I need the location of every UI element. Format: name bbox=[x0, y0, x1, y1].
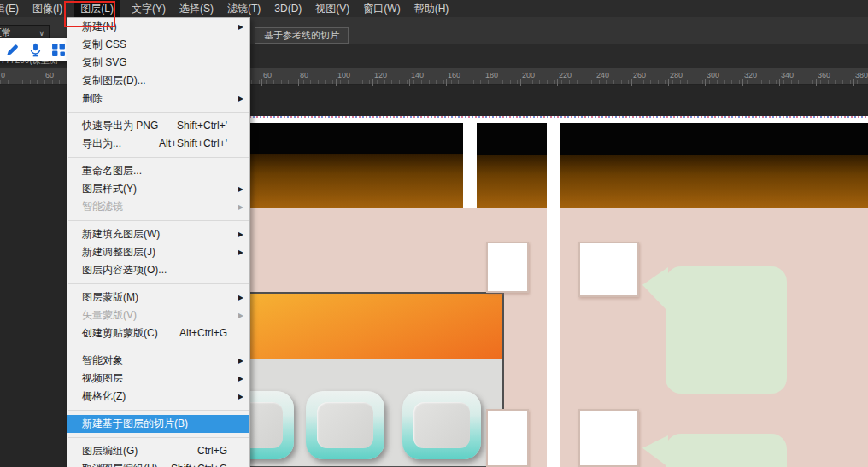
menu-item-label: 重命名图层... bbox=[82, 165, 142, 177]
submenu-arrow-icon: ▶ bbox=[238, 289, 243, 306]
menu-item-shortcut: Alt+Shift+Ctrl+' bbox=[159, 135, 227, 153]
menu-bar: 辑(E)图像(I)图层(L)文字(Y)选择(S)滤镜(T)3D(D)视图(V)窗… bbox=[0, 0, 868, 17]
chat-bubble bbox=[666, 266, 787, 394]
menu-bar-item[interactable]: 3D(D) bbox=[273, 1, 303, 16]
layer-menu: 新建(N)▶复制 CSS复制 SVG复制图层(D)...删除▶快速导出为 PNG… bbox=[67, 17, 250, 467]
grid-icon[interactable] bbox=[51, 43, 66, 57]
ruler-label: 0 bbox=[1, 71, 5, 79]
menu-item-label: 快速导出为 PNG bbox=[82, 120, 158, 131]
menu-item-shortcut: Alt+Ctrl+G bbox=[179, 324, 227, 342]
photoshop-window: 辑(E)图像(I)图层(L)文字(Y)选择(S)滤镜(T)3D(D)视图(V)窗… bbox=[0, 0, 868, 467]
layer-menu-item[interactable]: 取消图层编组(U)Shift+Ctrl+G bbox=[67, 460, 249, 467]
ruler-label: 60 bbox=[45, 71, 54, 79]
mockup-orange-header bbox=[250, 294, 502, 359]
layer-menu-item[interactable]: 图层内容选项(O)... bbox=[67, 261, 249, 279]
submenu-arrow-icon: ▶ bbox=[238, 352, 243, 370]
ruler-label: 120 bbox=[374, 71, 387, 79]
layer-menu-item[interactable]: 复制 SVG bbox=[67, 54, 249, 72]
menu-item-label: 图层样式(Y) bbox=[82, 183, 137, 195]
blend-mode-value: 正常 bbox=[0, 27, 11, 38]
ruler-label: 240 bbox=[596, 71, 609, 79]
layer-menu-item[interactable]: 矢量蒙版(V)▶ bbox=[67, 306, 249, 324]
ruler-label: 300 bbox=[707, 71, 719, 79]
artboard-left-brown-gradient bbox=[250, 154, 463, 208]
layer-menu-item[interactable]: 新建基于图层的切片(B) bbox=[67, 415, 249, 433]
menu-bar-item[interactable]: 视图(V) bbox=[314, 0, 351, 18]
layer-menu-item[interactable]: 图层编组(G)Ctrl+G bbox=[67, 442, 249, 460]
menu-bar-item[interactable]: 选择(S) bbox=[178, 0, 215, 18]
layer-menu-item[interactable]: 智能对象▶ bbox=[67, 352, 249, 370]
layer-menu-item[interactable]: 删除▶ bbox=[67, 90, 249, 108]
menu-item-label: 删除 bbox=[82, 92, 103, 104]
layer-menu-item[interactable]: 栅格化(Z)▶ bbox=[67, 388, 249, 406]
menu-item-label: 导出为... bbox=[82, 137, 121, 149]
layer-menu-item[interactable]: 智能滤镜▶ bbox=[67, 198, 249, 216]
layer-menu-item[interactable]: 创建剪贴蒙版(C)Alt+Ctrl+G bbox=[67, 324, 249, 342]
menu-separator bbox=[68, 437, 249, 438]
layer-menu-item[interactable]: 图层样式(Y)▶ bbox=[67, 180, 249, 198]
submenu-arrow-icon: ▶ bbox=[238, 243, 243, 261]
layer-menu-item[interactable]: 快速导出为 PNGShift+Ctrl+' bbox=[67, 117, 249, 135]
ruler-label: 280 bbox=[670, 71, 683, 79]
menu-bar-item[interactable]: 窗口(W) bbox=[361, 0, 402, 18]
layer-menu-item[interactable]: 新建调整图层(J)▶ bbox=[67, 243, 249, 261]
menu-bar-item[interactable]: 文字(Y) bbox=[130, 0, 167, 18]
chat-avatar-square bbox=[486, 242, 529, 293]
ruler-label: 220 bbox=[559, 71, 572, 79]
submenu-arrow-icon: ▶ bbox=[238, 180, 243, 198]
menu-item-label: 图层蒙版(M) bbox=[82, 291, 138, 303]
menu-bar-item[interactable]: 帮助(H) bbox=[413, 0, 451, 18]
ruler-label: 200 bbox=[522, 71, 535, 79]
menu-bar-item[interactable]: 辑(E) bbox=[0, 0, 21, 18]
menu-item-label: 图层内容选项(O)... bbox=[82, 264, 167, 276]
ruler-label: 140 bbox=[411, 71, 424, 79]
submenu-arrow-icon: ▶ bbox=[238, 306, 243, 324]
menu-bar-item[interactable]: 图像(I) bbox=[31, 0, 64, 18]
ruler-label: 80 bbox=[300, 71, 308, 79]
artboard-middle-black-band bbox=[477, 123, 547, 155]
menu-item-shortcut: Shift+Ctrl+' bbox=[177, 117, 227, 135]
layer-menu-item[interactable]: 重命名图层... bbox=[67, 162, 249, 180]
menu-bar-item[interactable]: 滤镜(T) bbox=[226, 0, 262, 18]
menu-item-label: 复制图层(D)... bbox=[82, 74, 146, 86]
guide-line bbox=[246, 116, 868, 118]
menu-item-label: 复制 SVG bbox=[82, 56, 127, 68]
submenu-arrow-icon: ▶ bbox=[238, 18, 243, 36]
artboard-right-black-band bbox=[560, 123, 868, 155]
layer-menu-item[interactable]: 复制 CSS bbox=[67, 36, 249, 54]
ruler-label: 100 bbox=[337, 71, 350, 79]
keypad-button-face bbox=[413, 402, 470, 448]
menu-separator bbox=[68, 410, 249, 411]
submenu-arrow-icon: ▶ bbox=[238, 198, 243, 216]
menu-item-shortcut: Ctrl+G bbox=[197, 442, 227, 460]
layer-menu-item[interactable]: 导出为...Alt+Shift+Ctrl+' bbox=[67, 135, 249, 153]
annotation-box bbox=[64, 1, 115, 27]
keypad-button bbox=[306, 391, 384, 459]
menu-separator bbox=[68, 112, 249, 113]
menu-separator bbox=[68, 220, 249, 221]
menu-item-label: 创建剪贴蒙版(C) bbox=[82, 327, 158, 339]
artboard-left-black-band bbox=[250, 123, 463, 154]
layer-menu-item[interactable]: 视频图层▶ bbox=[67, 370, 249, 388]
menu-item-label: 取消图层编组(U) bbox=[82, 463, 158, 467]
layer-menu-item[interactable]: 新建填充图层(W)▶ bbox=[67, 225, 249, 243]
menu-separator bbox=[68, 347, 249, 347]
ruler-label: 60 bbox=[263, 71, 272, 79]
menu-item-label: 智能滤镜 bbox=[82, 201, 123, 213]
menu-item-label: 新建基于图层的切片(B) bbox=[82, 417, 188, 429]
layer-menu-item[interactable]: 图层蒙版(M)▶ bbox=[67, 289, 249, 306]
chat-avatar-square bbox=[578, 242, 639, 297]
ruler-label: 320 bbox=[744, 71, 757, 79]
pen-icon[interactable] bbox=[5, 43, 20, 57]
mic-icon[interactable] bbox=[28, 43, 43, 57]
menu-item-shortcut: Shift+Ctrl+G bbox=[171, 460, 227, 467]
ruler-label: 380 bbox=[855, 71, 868, 79]
submenu-arrow-icon: ▶ bbox=[238, 90, 243, 108]
layer-menu-item[interactable]: 复制图层(D)... bbox=[67, 72, 249, 90]
menu-separator bbox=[68, 283, 249, 284]
submenu-arrow-icon: ▶ bbox=[238, 225, 243, 243]
slices-from-guides-button[interactable]: 基于参考线的切片 bbox=[255, 27, 349, 44]
menu-item-label: 视频图层 bbox=[82, 372, 123, 384]
artboard-right-brown-gradient bbox=[560, 155, 868, 208]
menu-item-label: 矢量蒙版(V) bbox=[82, 309, 137, 321]
